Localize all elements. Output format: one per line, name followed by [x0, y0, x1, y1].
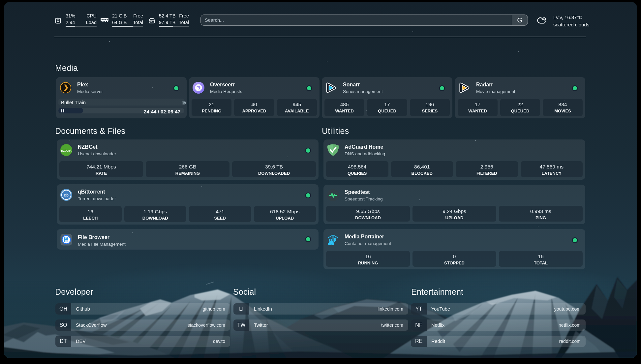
svg-text:nzbget: nzbget	[61, 148, 72, 152]
svg-text:qb: qb	[64, 193, 69, 197]
